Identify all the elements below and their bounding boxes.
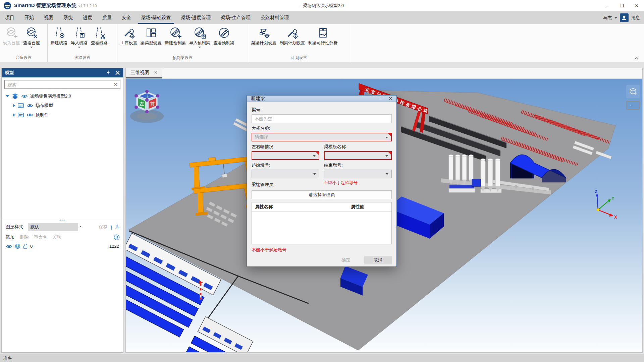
maximize-button[interactable]: ❐ — [614, 0, 629, 11]
attr-name-header: 属性名称 — [252, 204, 351, 210]
import-route-button[interactable]: 导入线路 — [69, 25, 89, 49]
beam-no-field[interactable] — [252, 114, 392, 123]
dialog-title-bar[interactable]: 新建梁 – ✕ — [247, 96, 396, 102]
ok-button: 确定 — [332, 256, 360, 264]
eye-icon[interactable] — [26, 103, 33, 108]
chevron-down-icon — [313, 155, 316, 157]
globe-icon[interactable] — [15, 243, 20, 249]
delete-layer-button: 删除 — [20, 234, 29, 240]
set-pedestal-button: 设为台座 — [1, 25, 21, 49]
process-settings-button[interactable]: 工序设置 — [119, 25, 139, 49]
minimize-button[interactable]: – — [600, 0, 614, 11]
bridge-name-select[interactable]: 请选择 — [252, 133, 392, 141]
beam-no-input[interactable] — [252, 116, 391, 121]
layer-actions-row: 添加 删除 重命名 关联 — [2, 233, 123, 242]
eye-icon[interactable] — [6, 244, 12, 249]
import-precast-beam-button[interactable]: 导入预制梁 — [187, 25, 212, 49]
menu-item-project[interactable]: 项目 — [0, 11, 19, 24]
beam-no-label: 梁号: — [252, 107, 392, 113]
menu-item-yard-progress[interactable]: 梁场-进度管理 — [176, 11, 216, 24]
menu-item-view[interactable]: 视图 — [39, 11, 58, 24]
panel-splitter[interactable]: ••• — [2, 218, 123, 221]
tree-item-label[interactable]: 场布模型 — [36, 103, 53, 109]
erection-plan-button[interactable]: 架梁计划设置 — [250, 25, 278, 49]
close-tab-icon[interactable]: ✕ — [154, 70, 158, 75]
menu-item-yard-basic[interactable]: 梁场-基础设置 — [136, 11, 176, 24]
sort-arrows-icon[interactable] — [114, 234, 120, 240]
tree-item-label[interactable]: 预制件 — [36, 112, 49, 118]
cube-face-front[interactable]: 前 — [150, 101, 155, 106]
user-name[interactable]: 马杰 — [603, 15, 612, 21]
end-pier-select[interactable] — [324, 170, 392, 178]
layer-style-dropdown[interactable]: 默认 — [28, 223, 78, 231]
menu-item-safety[interactable]: 安全 — [117, 11, 136, 24]
menu-item-quality[interactable]: 质量 — [97, 11, 117, 24]
ribbon-group-label: 预制梁设置 — [117, 53, 248, 62]
view-cube[interactable]: 上 左 前 — [130, 90, 164, 123]
search-box[interactable]: ✕ — [4, 80, 120, 89]
messages-link[interactable]: 消息 — [631, 15, 640, 21]
beam-type-settings-button[interactable]: 梁类型设置 — [139, 25, 163, 49]
cube-face-left[interactable]: 左 — [139, 101, 144, 106]
ribbon: 设为台座 查看台座 台座设置 新建线路 — [0, 24, 644, 62]
menu-item-start[interactable]: 开始 — [19, 11, 39, 24]
library-button[interactable]: 库 — [115, 224, 120, 230]
bridge-name-label: 大桥名称: — [252, 125, 392, 131]
tree-item-site-model[interactable]: 场布模型 — [2, 101, 123, 110]
link-layer-button: 关联 — [52, 234, 61, 240]
close-button[interactable]: ✕ — [629, 0, 644, 11]
lr-width-select[interactable] — [252, 151, 319, 160]
unlock-icon[interactable] — [23, 243, 28, 249]
pin-icon[interactable] — [106, 70, 111, 75]
ribbon-collapse-button[interactable] — [633, 56, 639, 61]
chevron-right-icon[interactable] — [13, 113, 15, 117]
view-route-button[interactable]: 查看线路 — [89, 25, 109, 49]
search-input[interactable] — [7, 82, 113, 87]
document-icon — [17, 103, 24, 109]
view-cube-tool-button[interactable] — [626, 85, 640, 98]
beam-template-select[interactable] — [324, 151, 392, 160]
menu-item-yard-production[interactable]: 梁场-生产管理 — [216, 11, 256, 24]
cancel-button[interactable]: 取消 — [364, 256, 392, 264]
feasibility-analysis-button[interactable]: 制梁可行性分析 — [307, 25, 339, 49]
user-icon — [621, 15, 627, 21]
view-precast-beam-button[interactable]: 查看预制梁 — [212, 25, 236, 49]
layer-item-row[interactable]: 0 1222 — [2, 242, 123, 252]
tab-3d-view[interactable]: 三维视图 ✕ — [126, 68, 162, 78]
menu-item-road-material[interactable]: 公路材料管理 — [256, 11, 294, 24]
ribbon-group-plan: 架梁计划设置 制梁计划设置 制梁可行性分析 计划设置 — [248, 24, 350, 62]
new-precast-beam-button[interactable]: 新建预制梁 — [163, 25, 188, 49]
beam-add-icon — [169, 26, 182, 40]
eye-icon[interactable] — [21, 94, 28, 99]
cube-face-top[interactable]: 上 — [145, 94, 149, 99]
chevron-down-icon[interactable] — [614, 17, 617, 19]
menu-item-schedule[interactable]: 进度 — [78, 11, 97, 24]
chevron-down-icon — [385, 155, 388, 157]
app-version: v4.7.1.2.10 — [78, 4, 97, 8]
clear-search-icon[interactable]: ✕ — [113, 82, 117, 87]
menu-item-system[interactable]: 系统 — [58, 11, 78, 24]
model-tree: 梁场销售演示模型2.0 场布模型 — [2, 90, 123, 121]
new-route-button[interactable]: 新建线路 — [49, 25, 69, 49]
eye-icon[interactable] — [26, 113, 33, 117]
tree-item-precast[interactable]: 预制件 — [2, 110, 123, 120]
layer-style-label: 图层样式: — [6, 224, 24, 230]
tree-root-label[interactable]: 梁场销售演示模型2.0 — [30, 93, 71, 99]
add-layer-button[interactable]: 添加 — [6, 234, 14, 240]
select-manager-button[interactable]: 请选择管理员 — [252, 190, 392, 199]
chevron-right-icon[interactable] — [13, 104, 15, 107]
close-icon[interactable] — [115, 71, 120, 75]
start-pier-select[interactable] — [252, 170, 319, 178]
dialog-minimize-button[interactable]: – — [379, 96, 382, 101]
avatar[interactable] — [620, 13, 629, 22]
beam-view-icon — [217, 26, 231, 40]
isometric-view-button[interactable] — [626, 101, 640, 110]
start-pier-label: 起始墩号: — [252, 162, 319, 168]
dialog-close-button[interactable]: ✕ — [388, 96, 392, 101]
tree-root-row[interactable]: 梁场销售演示模型2.0 — [2, 92, 123, 101]
fabrication-plan-button[interactable]: 制梁计划设置 — [278, 25, 307, 49]
chevron-down-icon[interactable] — [6, 95, 9, 97]
attribute-table-body[interactable] — [252, 212, 391, 244]
manager-label: 梁端管理员: — [252, 182, 319, 188]
view-pedestal-button[interactable]: 查看台座 — [21, 25, 42, 49]
